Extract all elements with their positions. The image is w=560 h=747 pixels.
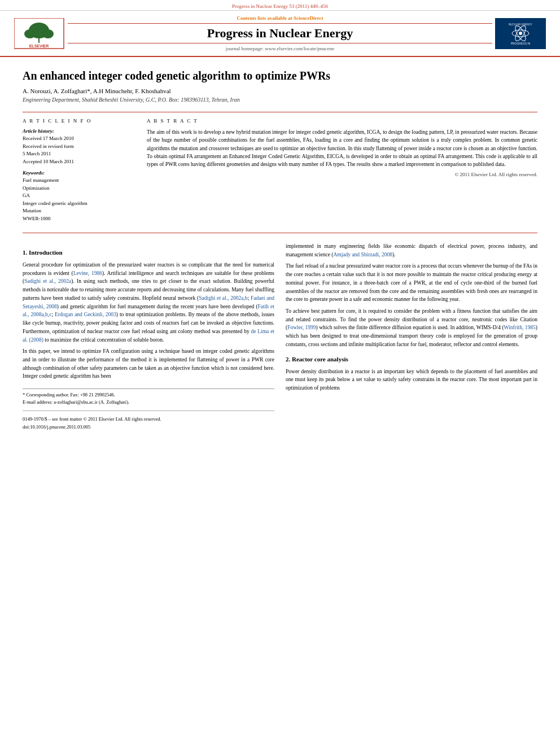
svg-point-4	[42, 29, 54, 38]
journal-title: Progress in Nuclear Energy	[68, 26, 492, 41]
abstract-column: A B S T R A C T The aim of this work is …	[147, 118, 537, 227]
article-title: An enhanced integer coded genetic algori…	[23, 68, 537, 83]
body-column-left: 1. Introduction General procedure for op…	[23, 242, 274, 431]
keyword-2: Optimization	[23, 185, 50, 191]
section1-col2-para1: implemented in many engineering fields l…	[286, 242, 537, 259]
svg-text:ELSEVIER: ELSEVIER	[29, 44, 49, 48]
email-label: E-mail address:	[23, 399, 53, 405]
abstract-heading: A B S T R A C T	[147, 118, 537, 124]
svg-text:PROGRESS IN: PROGRESS IN	[511, 42, 531, 45]
footnote-area: * Corresponding author. Fax: +98 21 2990…	[23, 388, 274, 431]
abstract-text: The aim of this work is to develop a new…	[147, 128, 537, 168]
keyword-4: Integer coded genetic algorithm	[23, 200, 88, 206]
ref-levine[interactable]: Levine, 1986	[73, 270, 102, 276]
keywords-list: Fuel management Optimization GA Integer …	[23, 177, 135, 222]
main-content: An enhanced integer coded genetic algori…	[0, 57, 560, 442]
section2-title: 2. Reactor core analysis	[286, 355, 537, 364]
journal-reference: Progress in Nuclear Energy 53 (2011) 449…	[232, 3, 328, 9]
journal-homepage: journal homepage: www.elsevier.com/locat…	[68, 46, 492, 51]
section1-para1: General procedure for optimization of th…	[23, 261, 274, 344]
ref-winfrith[interactable]: Winfrith, 1985	[504, 325, 536, 330]
keyword-6: WWER-1000	[23, 216, 51, 221]
copyright-line: © 2011 Elsevier Ltd. All rights reserved…	[147, 172, 537, 177]
keyword-1: Fuel management	[23, 177, 59, 183]
pne-logo-svg: PROGRESS IN NUCLEAR ENERGY	[501, 21, 540, 46]
svg-text:NUCLEAR ENERGY: NUCLEAR ENERGY	[509, 23, 532, 26]
article-history-heading: Article history:	[23, 128, 135, 134]
issn-line: 0149-1970/$ – see front matter © 2011 El…	[23, 416, 274, 423]
ref-amjady[interactable]: Amjady and Shirzadi, 2008	[333, 252, 392, 257]
doi-line: doi:10.1016/j.pnucene.2011.03.005	[23, 423, 274, 431]
authors: A. Norouzi, A. Zolfaghari*, A.H Minucheh…	[23, 88, 537, 94]
corresponding-author-note: * Corresponding author. Fax: +98 21 2990…	[23, 391, 274, 399]
article-meta: A R T I C L E I N F O Article history: R…	[23, 112, 537, 233]
article-info-heading: A R T I C L E I N F O	[23, 118, 135, 124]
section1-para2: In this paper, we intend to optimize FA …	[23, 347, 274, 381]
top-bar: Progress in Nuclear Energy 53 (2011) 449…	[0, 0, 560, 11]
journal-header: ELSEVIER Contents lists available at Sci…	[0, 11, 560, 57]
section1-col2-para3: To achieve best pattern for core, it is …	[286, 307, 537, 349]
body-columns: 1. Introduction General procedure for op…	[23, 242, 537, 431]
ref-sadighi2[interactable]: Sadighi et al., 2002a,b	[199, 295, 247, 301]
svg-point-7	[519, 32, 522, 35]
email-note: E-mail address: a-zolfaghari@sbu.ac.ir (…	[23, 399, 274, 406]
journal-center-info: Contents lists available at ScienceDirec…	[68, 15, 492, 51]
article-received: Received 17 March 2010 Received in revis…	[23, 135, 135, 165]
ref-sadighi1[interactable]: Sadighi et al., 2002a	[24, 278, 71, 284]
svg-point-3	[24, 29, 36, 38]
keyword-5: Mutation	[23, 208, 41, 213]
affiliation: Engineering Department, Shahid Beheshti …	[23, 97, 537, 103]
section1-col2-para2: The fuel reload of a nuclear pressurized…	[286, 262, 537, 304]
ref-fowler[interactable]: Fowler, 1999	[287, 325, 316, 330]
elsevier-logo-svg: ELSEVIER	[14, 18, 65, 49]
ref-delima[interactable]: de Lima et al. (2008)	[23, 329, 274, 343]
section2-para1: Power density distribution in a reactor …	[286, 368, 537, 392]
article-info-column: A R T I C L E I N F O Article history: R…	[23, 118, 135, 227]
email-address: a-zolfaghari@sbu.ac.ir (A. Zolfaghari).	[54, 399, 129, 405]
section1-title: 1. Introduction	[23, 248, 274, 257]
keyword-3: GA	[23, 193, 30, 198]
ref-erdogan[interactable]: Erdogan and Geckinli, 2003	[55, 312, 116, 317]
elsevier-logo-container: ELSEVIER	[11, 18, 68, 49]
journal-logo-right: PROGRESS IN NUCLEAR ENERGY	[492, 18, 549, 49]
keywords-heading: Keywords:	[23, 170, 135, 176]
pne-logo: PROGRESS IN NUCLEAR ENERGY	[495, 18, 546, 49]
body-column-right: implemented in many engineering fields l…	[286, 242, 537, 431]
sciencedirect-line: Contents lists available at ScienceDirec…	[68, 15, 492, 21]
